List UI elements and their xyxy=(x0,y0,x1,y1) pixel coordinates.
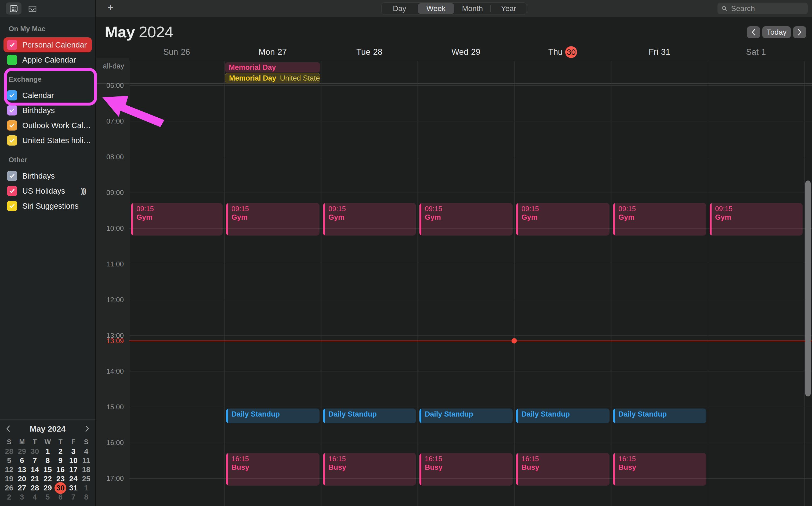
allday-event-memorial-day[interactable]: Memorial DayUnited States xyxy=(225,73,320,83)
prev-week-button[interactable] xyxy=(747,26,760,38)
mini-calendar-day[interactable]: 1 xyxy=(80,484,93,493)
mini-calendar-day[interactable]: 12 xyxy=(3,465,16,474)
event-gym[interactable]: 09:15Gym xyxy=(131,203,222,236)
mini-calendar-day[interactable]: 28 xyxy=(28,484,41,493)
mini-calendar-day[interactable]: 2 xyxy=(54,447,67,456)
mini-calendar-day[interactable]: 4 xyxy=(28,493,41,502)
mini-calendar-day[interactable]: 24 xyxy=(67,474,80,484)
mini-calendar-day[interactable]: 26 xyxy=(3,484,16,493)
event-gym[interactable]: 09:15Gym xyxy=(420,203,513,236)
sidebar-item-outlook-work-cal-[interactable]: Outlook Work Cal… xyxy=(3,118,92,133)
vertical-scrollbar[interactable] xyxy=(805,180,811,397)
mini-calendar-day[interactable]: 20 xyxy=(16,474,28,484)
mini-calendar-day[interactable]: 5 xyxy=(41,493,54,502)
calendar-checkbox[interactable] xyxy=(7,55,17,65)
sidebar-item-siri-suggestions[interactable]: Siri Suggestions xyxy=(3,198,92,214)
mini-calendar-day[interactable]: 1 xyxy=(41,447,54,456)
mini-calendar-day[interactable]: 8 xyxy=(80,493,93,502)
event-color-stripe xyxy=(613,203,615,236)
mini-calendar-day[interactable]: 29 xyxy=(16,447,28,456)
calendar-checkbox[interactable] xyxy=(7,201,17,211)
add-event-button[interactable]: + xyxy=(108,2,113,13)
event-title: Daily Standup xyxy=(232,410,317,419)
mini-calendar-day[interactable]: 22 xyxy=(41,474,54,484)
mini-calendar-day[interactable]: 14 xyxy=(28,465,41,474)
mini-calendar-day[interactable]: 21 xyxy=(28,474,41,484)
event-gym[interactable]: 09:15Gym xyxy=(323,203,416,236)
mini-calendar-day[interactable]: 29 xyxy=(41,484,54,493)
mini-calendar-day[interactable]: 4 xyxy=(80,447,93,456)
calendar-checkbox[interactable] xyxy=(7,135,17,146)
tab-week[interactable]: Week xyxy=(418,3,454,14)
mini-calendar-day[interactable]: 6 xyxy=(54,493,67,502)
mini-calendar-day[interactable]: 15 xyxy=(41,465,54,474)
today-button[interactable]: Today xyxy=(762,26,791,38)
event-color-stripe xyxy=(613,409,615,423)
tab-year[interactable]: Year xyxy=(490,3,527,14)
event-daily-standup[interactable]: Daily Standup xyxy=(420,409,513,423)
calendar-checkbox[interactable] xyxy=(7,186,17,196)
event-color-stripe xyxy=(516,409,518,423)
mini-calendar-day[interactable]: 8 xyxy=(41,456,54,465)
event-daily-standup[interactable]: Daily Standup xyxy=(613,409,706,423)
inbox-icon[interactable] xyxy=(25,2,40,14)
mini-calendar-day[interactable]: 31 xyxy=(67,484,80,493)
mini-calendar-day[interactable]: 3 xyxy=(67,447,80,456)
event-color-stripe xyxy=(420,453,421,486)
event-daily-standup[interactable]: Daily Standup xyxy=(226,409,320,423)
event-busy[interactable]: 16:15Busy xyxy=(226,453,320,486)
event-color-stripe xyxy=(226,409,228,423)
day-header-tue: Tue28 xyxy=(321,46,418,58)
search-field[interactable] xyxy=(717,3,808,14)
event-title: Busy xyxy=(232,463,317,472)
event-busy[interactable]: 16:15Busy xyxy=(516,453,610,486)
mini-calendar-day[interactable]: 17 xyxy=(67,465,80,474)
event-title: Gym xyxy=(329,213,413,222)
mini-calendar-day[interactable]: 7 xyxy=(28,456,41,465)
mini-calendar-day[interactable]: 5 xyxy=(3,456,16,465)
mini-calendar-day[interactable]: 7 xyxy=(67,493,80,502)
mini-calendar-day[interactable]: 2 xyxy=(3,493,16,502)
sidebar-item-birthdays[interactable]: Birthdays xyxy=(3,168,92,183)
event-gym[interactable]: 09:15Gym xyxy=(516,203,610,236)
mini-calendar-day[interactable]: 6 xyxy=(16,456,28,465)
mini-calendar-day[interactable]: 18 xyxy=(80,465,93,474)
mini-calendar-day[interactable]: 30 xyxy=(28,447,41,456)
sidebar-item-apple-calendar[interactable]: Apple Calendar xyxy=(3,52,92,67)
calendar-checkbox[interactable] xyxy=(7,120,17,131)
mini-calendar-day[interactable]: 10 xyxy=(67,456,80,465)
mini-calendar-day[interactable]: 25 xyxy=(80,474,93,484)
sidebar-item-united-states-holi-[interactable]: United States holi… xyxy=(3,133,92,148)
allday-event-memorial-day[interactable]: Memorial Day xyxy=(225,62,320,73)
now-time-label: 13:09 xyxy=(96,337,124,345)
next-week-button[interactable] xyxy=(793,26,806,38)
mini-calendar-day[interactable]: 27 xyxy=(16,484,28,493)
calendar-view-icon[interactable] xyxy=(6,2,21,14)
event-daily-standup[interactable]: Daily Standup xyxy=(323,409,416,423)
event-gym[interactable]: 09:15Gym xyxy=(710,203,803,236)
mini-calendar-day[interactable]: 16 xyxy=(54,465,67,474)
mini-calendar-day[interactable]: 13 xyxy=(16,465,28,474)
mini-calendar-day[interactable]: 11 xyxy=(80,456,93,465)
calendar-checkbox[interactable] xyxy=(7,105,17,115)
tab-month[interactable]: Month xyxy=(455,3,490,14)
sidebar-item-personal-calendar[interactable]: Personal Calendar xyxy=(3,37,92,52)
mini-calendar-day[interactable]: 19 xyxy=(3,474,16,484)
chevron-right-icon[interactable] xyxy=(82,424,92,433)
mini-calendar-day[interactable]: 3 xyxy=(16,493,28,502)
sidebar-item-us-holidays[interactable]: US Holidays))) xyxy=(3,183,92,198)
event-busy[interactable]: 16:15Busy xyxy=(613,453,706,486)
event-title: Daily Standup xyxy=(522,410,607,419)
calendar-checkbox[interactable] xyxy=(7,171,17,181)
search-input[interactable] xyxy=(731,4,804,13)
event-daily-standup[interactable]: Daily Standup xyxy=(516,409,610,423)
event-gym[interactable]: 09:15Gym xyxy=(226,203,320,236)
event-busy[interactable]: 16:15Busy xyxy=(323,453,416,486)
calendar-checkbox[interactable] xyxy=(7,40,17,50)
mini-calendar-day[interactable]: 9 xyxy=(54,456,67,465)
mini-calendar-day[interactable]: 28 xyxy=(3,447,16,456)
tab-day[interactable]: Day xyxy=(381,3,418,14)
event-gym[interactable]: 09:15Gym xyxy=(613,203,706,236)
event-busy[interactable]: 16:15Busy xyxy=(420,453,513,486)
mini-calendar-day[interactable]: 30 xyxy=(54,484,67,493)
